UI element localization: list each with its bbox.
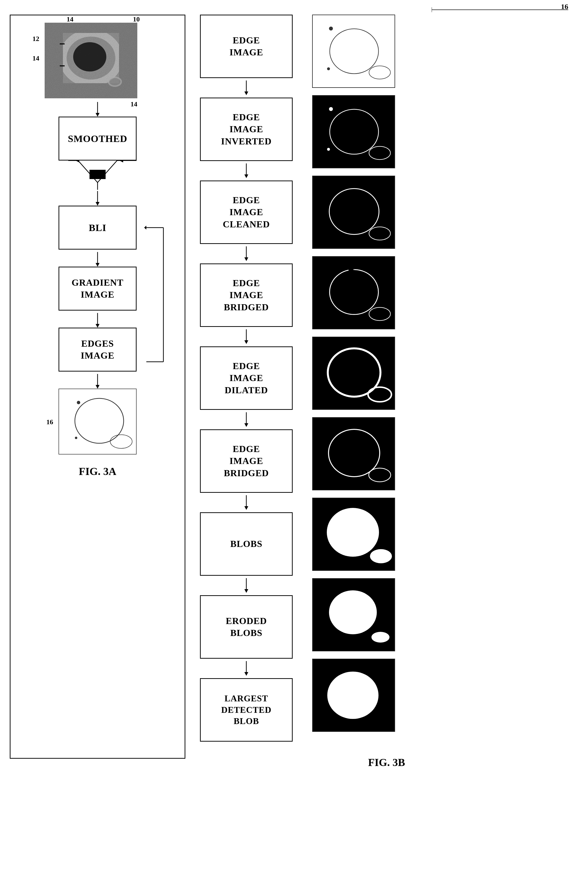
svg-marker-56 — [244, 340, 248, 344]
arrow-b1 — [242, 78, 251, 98]
eroded-blobs-svg — [313, 579, 395, 651]
edge-image-dilated-label: EDGEIMAGEDILATED — [200, 346, 292, 410]
svg-point-15 — [108, 77, 121, 86]
feedback-arrow — [144, 225, 168, 371]
arrow-b5 — [242, 410, 251, 429]
svg-point-93 — [327, 671, 378, 719]
bli-box: BLI — [58, 206, 136, 249]
svg-rect-25 — [90, 170, 106, 179]
svg-marker-31 — [96, 202, 99, 206]
svg-marker-54 — [244, 257, 248, 261]
smoothed-box: SMOOTHED — [58, 117, 136, 161]
arrow-1 — [15, 102, 180, 117]
svg-marker-35 — [96, 324, 99, 327]
arrow-b8 — [242, 659, 251, 678]
edge-image-label: EDGEIMAGE — [200, 15, 292, 78]
fig3b-layout: EDGEIMAGE EDGEIMAGEINVERTED EDGEIMAGECLE… — [195, 15, 578, 742]
noise-overlay — [45, 23, 137, 98]
largest-blob-label: LARGESTDETECTEDBLOB — [200, 678, 292, 742]
panel-largest-blob: 19 — [312, 659, 395, 732]
fig3a-caption: FIG. 3A — [15, 465, 180, 478]
arrow-b2 — [242, 161, 251, 180]
panel-blobs — [312, 498, 395, 571]
svg-rect-17 — [60, 65, 64, 66]
arrow-b7 — [242, 576, 251, 595]
label-12: 12 — [32, 35, 39, 43]
panel-edge-image-inverted — [312, 95, 395, 168]
svg-marker-64 — [244, 672, 248, 676]
panel-edge-image — [312, 15, 395, 88]
final-edge-output-image — [58, 389, 136, 455]
arrow-b4 — [242, 327, 251, 346]
svg-point-90 — [329, 590, 377, 634]
edge-image-bridged-2-label: EDGEIMAGEBRIDGED — [200, 429, 292, 493]
label-14-left: 14 — [32, 54, 39, 62]
funnel-connector — [37, 161, 159, 190]
svg-marker-33 — [96, 263, 99, 267]
blobs-label: BLOBS — [200, 512, 292, 576]
panel-edge-image-bridged-2 — [312, 417, 395, 490]
edge-image-inverted-label: EDGEIMAGEINVERTED — [200, 98, 292, 161]
edge-image-cleaned-svg — [313, 176, 395, 249]
svg-point-73 — [327, 148, 330, 151]
edge-image-bridged-2-svg — [313, 417, 395, 490]
svg-point-45 — [75, 437, 77, 439]
largest-blob-svg — [313, 659, 395, 732]
svg-marker-39 — [144, 226, 146, 230]
gradient-image-box: GRADIENTIMAGE — [58, 267, 136, 311]
svg-rect-75 — [313, 176, 395, 249]
svg-marker-41 — [96, 385, 99, 389]
arrow-b3 — [242, 244, 251, 263]
edges-image-wrapper: EDGESIMAGE — [46, 327, 149, 371]
svg-rect-83 — [313, 417, 395, 490]
svg-point-72 — [329, 107, 333, 111]
edge-image-cleaned-label: EDGEIMAGECLEANED — [200, 180, 292, 244]
svg-point-91 — [371, 632, 390, 643]
svg-marker-60 — [244, 506, 248, 510]
svg-rect-70 — [313, 96, 395, 168]
label-16-3a: 16 — [46, 418, 53, 426]
edge-image-inverted-svg — [313, 96, 395, 168]
edge-image-svg — [313, 15, 395, 88]
svg-point-67 — [329, 27, 333, 30]
arrow-2 — [15, 191, 180, 206]
edge-image-dilated-svg — [313, 337, 395, 410]
final-output-wrapper: 16 — [58, 389, 136, 455]
panel-edge-image-dilated — [312, 336, 395, 410]
blobs-svg — [313, 498, 395, 571]
svg-point-44 — [77, 401, 80, 404]
svg-marker-52 — [244, 174, 248, 178]
svg-point-14 — [73, 42, 106, 72]
panel-eroded-blobs — [312, 578, 395, 651]
svg-point-68 — [327, 67, 330, 70]
edges-image-box: EDGESIMAGE — [58, 327, 136, 371]
panel-edge-image-cleaned — [312, 176, 395, 249]
svg-point-87 — [327, 508, 379, 557]
svg-marker-58 — [244, 423, 248, 427]
svg-rect-16 — [60, 44, 64, 44]
top-bracket — [432, 0, 578, 12]
images-column: 19 — [312, 15, 395, 732]
arrow-b6 — [242, 493, 251, 512]
svg-rect-65 — [313, 15, 395, 88]
label-10: 10 — [133, 15, 140, 23]
svg-marker-50 — [244, 92, 248, 95]
svg-rect-78 — [313, 257, 395, 329]
label-14-top: 14 — [67, 15, 74, 23]
svg-point-88 — [370, 549, 392, 563]
edge-image-bridged-1-label: EDGEIMAGEBRIDGED — [200, 263, 292, 327]
ref19-bracket — [390, 730, 395, 732]
labels-column: EDGEIMAGE EDGEIMAGEINVERTED EDGEIMAGECLE… — [195, 15, 297, 742]
edge-image-bridged-1-svg — [313, 257, 395, 329]
label-14-bottom: 14 — [130, 100, 137, 108]
svg-marker-19 — [96, 113, 99, 117]
panel-edge-image-bridged-1 — [312, 256, 395, 329]
fig3b-container: 16 EDGEIMAGE EDGEIMA — [195, 15, 578, 769]
eroded-blobs-label: ERODEDBLOBS — [200, 595, 292, 659]
svg-marker-62 — [244, 589, 248, 593]
svg-rect-42 — [59, 389, 136, 455]
fig3b-caption: FIG. 3B — [195, 756, 578, 769]
arrow-5 — [15, 374, 180, 389]
